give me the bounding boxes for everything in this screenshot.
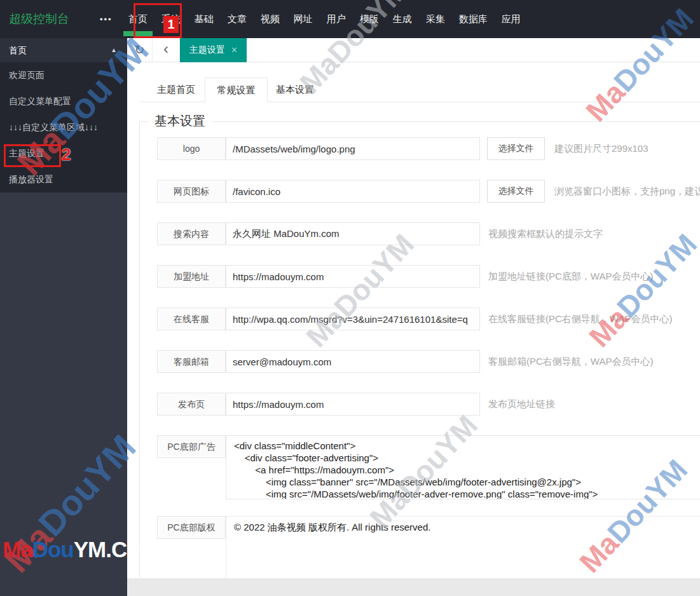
favicon-path-input[interactable] [226,180,480,203]
sidebar-item-welcome[interactable]: 欢迎页面 [0,62,127,88]
publish-page-input[interactable] [226,393,480,416]
nav-item-basic[interactable]: 基础 [188,0,221,38]
main-content: 主题首页 常规设置 基本设置 基本设置 logo 选择文件 建议图片尺寸299x… [127,62,700,578]
nav-item-article[interactable]: 文章 [221,0,254,38]
logo-path-input[interactable] [226,137,480,160]
choose-file-button[interactable]: 选择文件 [487,180,545,203]
madouym-logo-watermark: MaDouYM.Com [3,537,159,562]
fieldset-legend: 基本设置 [148,111,212,130]
field-label: 加盟地址 [157,265,226,288]
tab-theme-home[interactable]: 主题首页 [144,78,208,102]
tab-theme-settings[interactable]: 主题设置 × [180,38,247,62]
field-label: 网页图标 [157,180,226,203]
service-email-input[interactable] [226,350,480,373]
field-hint: 发布页地址链接 [488,393,555,416]
bottom-scroll-strip [127,578,700,596]
sidebar: 首页 ▲ 欢迎页面 自定义菜单配置 ↓↓↓自定义菜单区域↓↓↓ 主题设置 播放器… [0,38,127,596]
nav-item-collect[interactable]: 采集 [419,0,452,38]
field-hint: 客服邮箱(PC右侧导航，WAP会员中心) [488,350,653,373]
sidebar-item-player-settings[interactable]: 播放器设置 [0,166,127,193]
nav-item-app[interactable]: 应用 [495,0,528,38]
search-text-input[interactable] [226,222,480,245]
footer-ad-code: <div class="middleContent"> <div class="… [234,440,700,499]
field-hint: 建议图片尺寸299x103 [554,137,649,160]
join-url-input[interactable] [226,265,480,288]
top-nav: 首页 系统 基础 文章 视频 网址 用户 模版 生成 采集 数据库 应用 [121,0,528,38]
online-service-input[interactable] [226,308,480,330]
field-label: 搜索内容 [157,222,226,245]
collapse-arrow-icon: ▲ [111,38,117,62]
field-hint: 视频搜索框默认的提示文字 [488,222,603,245]
footer-ad-textarea[interactable]: <div class="middleContent"> <div class="… [226,435,700,499]
tab-general-settings[interactable]: 常规设置 [205,78,268,102]
choose-file-button[interactable]: 选择文件 [487,137,545,160]
sidebar-menu: 首页 ▲ 欢迎页面 自定义菜单配置 ↓↓↓自定义菜单区域↓↓↓ 主题设置 播放器… [0,38,127,193]
field-label: logo [157,137,226,160]
chevron-left-icon: ‹ [163,41,168,57]
field-label: PC底部广告 [157,435,226,458]
refresh-icon: ↻ [135,43,145,57]
sidebar-item-custom-menu-area[interactable]: ↓↓↓自定义菜单区域↓↓↓ [0,114,127,140]
field-hint: 浏览器窗口小图标，支持png，建议格 [554,180,700,203]
field-hint: 在线客服链接(PC右侧导航，WAP会员中心) [488,308,672,330]
annotation-step2-number: 2 [62,145,71,165]
nav-item-generate[interactable]: 生成 [386,0,419,38]
nav-item-database[interactable]: 数据库 [452,0,495,38]
field-label: 发布页 [157,393,226,416]
field-label: 在线客服 [157,308,226,330]
scroll-left-button[interactable]: ‹ [153,38,180,62]
nav-item-template[interactable]: 模版 [353,0,386,38]
sidebar-group-home[interactable]: 首页 ▲ [0,38,127,62]
annotation-step1-number: 1 [163,16,179,33]
admin-console-page: 超级控制台 ••• 首页 系统 基础 文章 视频 网址 用户 模版 生成 采集 … [0,0,700,596]
nav-item-url[interactable]: 网址 [287,0,320,38]
field-label: 客服邮箱 [157,350,226,373]
close-icon[interactable]: × [231,44,237,56]
tab-label: 主题设置 [189,44,225,56]
topbar: 超级控制台 ••• 首页 系统 基础 文章 视频 网址 用户 模版 生成 采集 … [0,0,700,38]
sidebar-item-custom-menu-config[interactable]: 自定义菜单配置 [0,88,127,114]
nav-item-user[interactable]: 用户 [320,0,353,38]
tab-basic-settings[interactable]: 基本设置 [263,78,327,102]
sidebar-group-label: 首页 [9,45,27,55]
field-hint: 加盟地址链接(PC底部，WAP会员中心) [488,265,653,288]
refresh-button[interactable]: ↻ [127,38,153,62]
app-title: 超级控制台 [9,11,69,27]
more-menu-icon[interactable]: ••• [100,15,113,24]
settings-tabs: 主题首页 常规设置 基本设置 [139,78,700,102]
page-tabbar: ↻ ‹ 主题设置 × [127,38,700,62]
field-label: PC底部版权 [157,516,226,539]
nav-item-video[interactable]: 视频 [254,0,287,38]
annotation-box-step2 [4,144,61,167]
